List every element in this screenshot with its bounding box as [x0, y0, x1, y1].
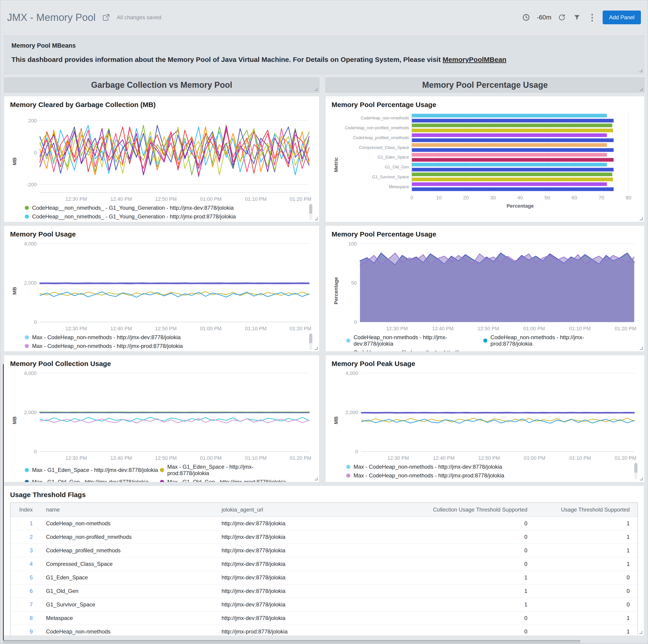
panel-title: Memory Pool Usage — [10, 230, 313, 238]
column-header-collection-usage-threshold: Collection Usage Threshold Supported — [412, 503, 543, 517]
memory-pool-peak-usage-chart[interactable]: 02,0004,00012:30 PM12:40 PM12:50 PM01:00… — [341, 370, 639, 462]
legend-item[interactable]: Max - G1_Eden_Space - http://jmx-prod:87… — [160, 463, 295, 478]
legend-dot — [346, 465, 350, 469]
column-header-name: name — [42, 503, 217, 517]
svg-text:CodeHeap_non-profiled_nmethods: CodeHeap_non-profiled_nmethods — [345, 125, 409, 130]
memory-pool-percentage-area-chart[interactable]: 05010012:30 PM12:40 PM12:50 PM01:00 PM01… — [341, 240, 639, 332]
legend-scrollbar-thumb[interactable] — [309, 333, 312, 343]
usage-threshold-cell: 1 — [543, 557, 638, 571]
url-cell: http://jmx-prod:8778/jolokia — [217, 625, 412, 636]
memory-cleared-gc-chart[interactable]: 2000-20012:30 PM12:40 PM12:50 PM01:00 PM… — [19, 111, 314, 203]
svg-text:50: 50 — [544, 195, 550, 201]
kebab-menu-icon[interactable]: ⋮ — [588, 13, 597, 22]
legend-scrollbar-thumb[interactable] — [634, 463, 638, 473]
legend-label: Max - CodeHeap_non-nmethods - http://jmx… — [32, 334, 180, 340]
legend-dot — [346, 338, 350, 342]
share-icon[interactable] — [102, 13, 111, 22]
panel-title: Memory Pool Peak Usage — [332, 360, 638, 368]
resize-handle[interactable] — [315, 217, 318, 220]
section-title: Garbage Collection vs Memory Pool — [91, 80, 232, 90]
index-cell: 3 — [10, 544, 42, 557]
resize-handle[interactable] — [639, 631, 642, 634]
resize-handle[interactable] — [640, 88, 643, 91]
panel-memory-pool-collection-usage: Memory Pool Collection Usage MB 02,0004,… — [4, 355, 319, 482]
add-panel-button[interactable]: Add Panel — [603, 10, 641, 24]
svg-text:12:50 PM: 12:50 PM — [155, 196, 177, 202]
legend-item[interactable]: Max - G1_Eden_Space - http://jmx-dev:877… — [25, 463, 160, 478]
svg-text:Metaspace: Metaspace — [389, 184, 409, 189]
dashboard-page: JMX - Memory Pool All changes saved -60m… — [0, 0, 648, 644]
svg-text:01:00 PM: 01:00 PM — [523, 326, 545, 331]
horizontal-scrollbar[interactable] — [0, 641, 648, 644]
svg-text:01:20 PM: 01:20 PM — [290, 326, 311, 331]
legend-label: Max - G1_Eden_Space - http://jmx-prod:87… — [167, 464, 295, 477]
memory-pool-percentage-bar-chart[interactable]: 01020304050607080CodeHeap_non-nmethodsCo… — [341, 111, 639, 210]
memory-pool-mbean-link[interactable]: MemoryPoolMBean — [443, 56, 506, 63]
svg-text:01:20 PM: 01:20 PM — [290, 196, 311, 202]
legend-item[interactable]: Max - CodeHeap_non-nmethods - http://jmx… — [25, 333, 306, 342]
svg-text:10: 10 — [436, 195, 441, 201]
svg-text:0: 0 — [411, 195, 413, 201]
collection-threshold-cell: 1 — [412, 571, 543, 584]
svg-text:12:30 PM: 12:30 PM — [65, 196, 87, 202]
usage-threshold-cell: 1 — [543, 611, 638, 625]
svg-text:2,000: 2,000 — [345, 410, 358, 415]
legend-scrollbar[interactable] — [634, 463, 638, 479]
table-row: 6G1_Old_Genhttp://jmx-dev:8778/jolokia10 — [10, 584, 638, 598]
collection-threshold-cell: 1 — [412, 598, 543, 611]
resize-handle[interactable] — [315, 347, 318, 350]
svg-text:12:50 PM: 12:50 PM — [155, 455, 177, 461]
svg-text:Percentage: Percentage — [506, 203, 534, 209]
memory-pool-usage-chart[interactable]: 02,0004,00012:30 PM12:40 PM12:50 PM01:00… — [19, 240, 314, 332]
legend-item[interactable]: CodeHeap_non-nmethods - http://jmx-prod:… — [483, 333, 620, 348]
legend-item[interactable]: CodeHeap_non-profiled_nmethods - http://… — [346, 348, 483, 352]
svg-text:-200: -200 — [26, 182, 37, 187]
legend-item[interactable]: Max - CodeHeap_non-nmethods - http://jmx… — [346, 463, 632, 471]
saved-status: All changes saved — [117, 14, 161, 20]
svg-text:12:50 PM: 12:50 PM — [478, 326, 499, 331]
legend-label: Max - G1_Old_Gen - http://jmx-dev:8778/j… — [32, 479, 149, 482]
svg-text:01:00 PM: 01:00 PM — [200, 326, 222, 331]
svg-text:12:40 PM: 12:40 PM — [110, 326, 132, 331]
resize-handle[interactable] — [639, 69, 642, 72]
legend-scrollbar-thumb[interactable] — [309, 204, 312, 214]
svg-text:01:00 PM: 01:00 PM — [200, 196, 222, 202]
url-cell: http://jmx-dev:8778/jolokia — [217, 517, 412, 530]
legend-item[interactable]: CodeHeap__non_nmethods_ - G1_Young_Gener… — [25, 204, 306, 212]
refresh-icon[interactable] — [557, 13, 566, 22]
legend-scrollbar[interactable] — [309, 204, 312, 220]
filter-icon[interactable] — [573, 13, 582, 22]
svg-text:20: 20 — [463, 195, 469, 201]
usage-threshold-cell: 1 — [543, 625, 638, 636]
y-axis-label: MB — [10, 240, 19, 332]
collection-threshold-cell: 0 — [412, 544, 543, 557]
resize-handle[interactable] — [315, 477, 318, 480]
legend-item[interactable]: Max - G1_Old_Gen - http://jmx-dev:8778/j… — [25, 478, 160, 482]
resize-handle[interactable] — [640, 477, 643, 480]
index-cell: 2 — [10, 530, 42, 544]
legend-item[interactable]: Max - CodeHeap_non-nmethods - http://jmx… — [25, 342, 306, 351]
resize-handle[interactable] — [640, 347, 643, 350]
legend-item[interactable]: Max - CodeHeap_non-nmethods - http://jmx… — [346, 471, 632, 480]
legend-scrollbar[interactable] — [309, 333, 312, 350]
resize-handle[interactable] — [315, 88, 318, 91]
legend-label: CodeHeap__non_nmethods_ - G1_Young_Gener… — [32, 205, 234, 211]
legend-item[interactable]: CodeHeap__non_nmethods_ - G1_Young_Gener… — [25, 212, 306, 221]
time-range-value[interactable]: -60m — [537, 14, 551, 21]
index-cell: 5 — [10, 571, 42, 584]
section-header-gc-vs-memory-pool: Garbage Collection vs Memory Pool — [4, 77, 319, 93]
memory-pool-collection-usage-chart[interactable]: 02,0004,00012:30 PM12:40 PM12:50 PM01:00… — [19, 370, 314, 462]
name-cell: CodeHeap_non-profiled_nmethods — [42, 530, 217, 544]
horizontal-scrollbar-thumb[interactable] — [3, 641, 580, 643]
clock-icon[interactable] — [522, 13, 531, 22]
svg-text:0: 0 — [34, 319, 37, 325]
index-cell: 7 — [10, 598, 42, 611]
legend-label: Max - CodeHeap_non-nmethods - http://jmx… — [354, 464, 502, 470]
resize-handle[interactable] — [640, 217, 643, 220]
legend-item[interactable]: CodeHeap_non-nmethods - http://jmx-dev:8… — [346, 333, 483, 348]
legend-item[interactable]: Max - G1_Old_Gen - http://jmx-prod:8778/… — [160, 478, 295, 482]
svg-text:12:40 PM: 12:40 PM — [110, 455, 132, 461]
url-cell: http://jmx-dev:8778/jolokia — [217, 611, 412, 625]
page-title: JMX - Memory Pool — [7, 12, 96, 23]
svg-text:01:20 PM: 01:20 PM — [615, 326, 636, 331]
